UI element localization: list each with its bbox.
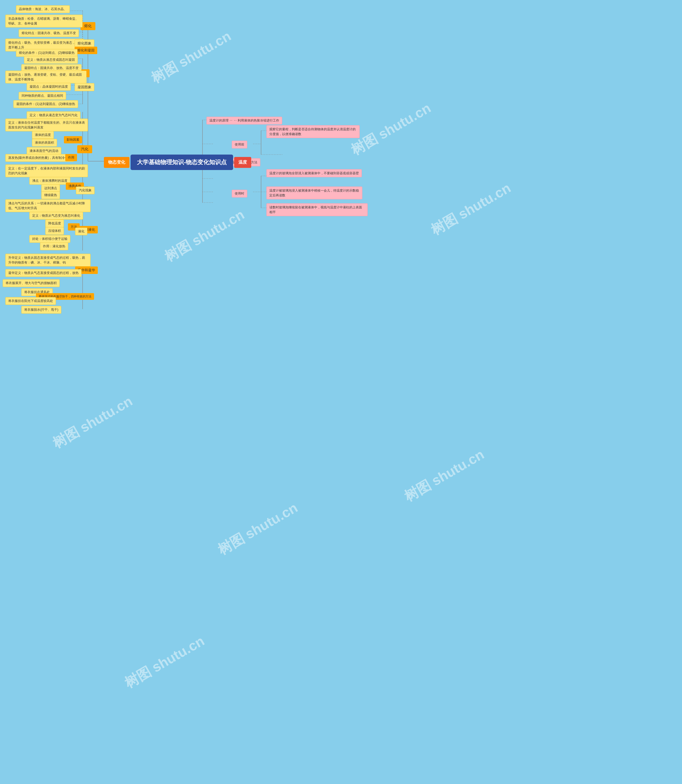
node-wd-syt1: 温度计的玻璃泡全部浸入被测液体中，不要碰到容器底或容器壁 <box>266 169 362 177</box>
node-qh-zf: 蒸发热(吸外界或自身的热量)，具有制冷作用 <box>5 154 74 162</box>
node-wd-syt2: 温度计被玻璃泡浸入被测液体中稍候一会儿，待温度计的示数稳定后再读数 <box>266 187 362 199</box>
node-feijingti: 非晶体物质：松香、石蜡玻璃、沥青、蜂蜡食盐、明矾、京、各种金属 <box>5 14 83 27</box>
node-rouhuatd: 熔化特点：固液共存、吸热、温度不变 <box>19 29 79 37</box>
node-qh-kq: 液体表面空气的流动 <box>27 147 61 155</box>
node-ngy-tx: 凝固特点：放热、逐渐变硬、变粘、变硬、最后成固体、温度不断降低 <box>5 70 86 83</box>
node-qh-ftxj: 汽化现象 <box>76 187 94 194</box>
node-qhhy-yj: 压缩体积 <box>45 227 64 235</box>
branch-rouhua: 熔化 <box>80 22 96 30</box>
watermark-2: 树图 shutu.cn <box>347 99 434 160</box>
watermark-4: 树图 shutu.cn <box>49 392 136 453</box>
node-qh-zy: 作用 <box>65 154 77 161</box>
node-qhhy-yh: 液化 <box>75 228 88 235</box>
node-wd-yuanli: 温度计的原理 ‥ ‥ 利用液体的热胀冷缩进行工作 <box>206 117 282 125</box>
node-wd-syt3: 读数时玻璃泡继续留在被测液体中，视线与温度计中液柱的上表面相平 <box>266 203 368 216</box>
node-yf-mj: 将衣服展开、增大与空气的接触面积 <box>3 279 60 287</box>
node-ngy-img: 凝固图象 <box>75 83 94 91</box>
node-qhhy-def: 定义：物质从气态变为液态叫液化 <box>29 212 83 220</box>
watermark-8: 树图 shutu.cn <box>401 445 488 506</box>
node-sh-def: 升华定义：物质从固态直接变成气态的过程，吸热，易升华的物质有：碘、冰、干冰、樟脑… <box>5 254 91 267</box>
watermark-7: 树图 shutu.cn <box>428 179 514 240</box>
node-qhhy-jd: 降低温度 <box>45 220 64 227</box>
node-qh-jxjr: 继续吸热 <box>41 192 60 199</box>
central-node: 物态变化 大学基础物理知识-物态变化知识点 温度 <box>104 155 251 170</box>
node-qhhy-hs: 好处：体积缩小便于运输 <box>29 235 70 243</box>
node-title: 大学基础物理知识-物态变化知识点 <box>131 155 233 170</box>
node-qh-def2: 定义：液体在任何温度下都能发生的、并且只在液体表面发生的汽化现象叫蒸发 <box>5 118 88 131</box>
node-wd-syq-text: 观察它的量程，判断是否适合待测物体的温度并认清温度计的分度值，以便准确读数 <box>266 125 360 138</box>
node-rouhuatj: 熔化的条件：(1)达到熔点、(2)继续吸热 <box>16 49 78 57</box>
watermark-6: 树图 shutu.cn <box>121 632 208 693</box>
node-nh-def: 凝华定义：物质从气态直接变成固态的过程，放热 <box>5 269 81 277</box>
watermark-1: 树图 shutu.cn <box>148 27 234 88</box>
node-wendu: 温度 <box>234 157 251 168</box>
node-wutaibianhua: 物态变化 <box>104 157 129 168</box>
node-rouhuatx2: 熔化图象 <box>75 40 94 48</box>
node-qh-wd: 液体的温度 <box>32 131 54 139</box>
node-ngy-same: 同种物质的熔点、凝固点相同 <box>19 92 66 100</box>
node-qh-ddfd: 达到沸点 <box>41 184 60 192</box>
branch-qihua: 汽化 <box>77 145 92 153</box>
node-ngy-cond: 凝固的条件：(1)达到凝固点、(2)继续放热 <box>13 100 78 108</box>
watermark-3: 树图 shutu.cn <box>161 206 248 266</box>
node-jingti: 晶体物质：海波、冰、石英水晶、 <box>16 5 70 13</box>
node-qhhy-zy: 作用：液化放热 <box>40 243 68 250</box>
node-qh-def1: 定义：物质从液态变为气态叫汽化 <box>27 112 80 119</box>
node-yf-ning: 将衣服脱水(拧干、甩干) <box>21 306 61 314</box>
node-yf-ry: 将衣服挂在阳光下或温度较高处 <box>5 297 56 305</box>
node-wd-syt: 使用时 <box>232 190 247 198</box>
node-qh-fdyd: 沸点与气压的关系：一切液体的沸点都是气压减小时降低、气压增大时升高 <box>5 199 91 212</box>
node-qh-def3: 定义：在一定温度下，在液体内部和液面同时发生的剧烈的汽化现象 <box>5 164 88 177</box>
node-ngy-diandian: 凝固点：晶体凝固时的温度 <box>27 83 71 91</box>
node-qh-mj: 液体的表面积 <box>32 139 57 147</box>
node-wd-syq: 使用前 <box>232 141 247 148</box>
node-qh-wd2: 沸点：液体沸腾时的温度 <box>29 177 70 185</box>
watermark-5: 树图 shutu.cn <box>215 498 301 559</box>
node-ngy-def: 定义：物质从液态变成固态叫凝固 <box>24 56 78 64</box>
node-qh-yyys: 影响因素 <box>64 136 82 144</box>
branch-rouhuaheningguo: 熔化和凝固 <box>75 46 97 54</box>
